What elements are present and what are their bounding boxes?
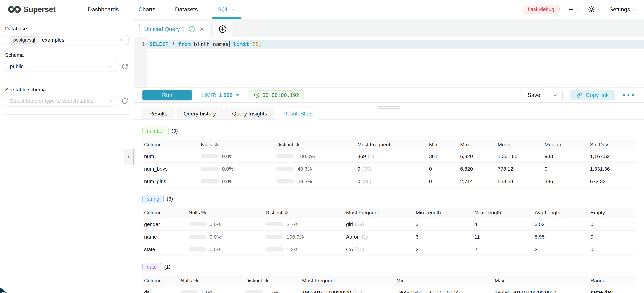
refresh-icon[interactable]: [121, 63, 128, 70]
nav-item-sql[interactable]: SQL: [208, 0, 245, 19]
stats-table-date: ColumnNulls %Distinct %Most FrequentMinM…: [142, 276, 636, 293]
sql-lab-sidebar: Database postgresql examples Schema publ…: [0, 19, 134, 293]
sidebar-divider: [5, 80, 128, 80]
tab-result-stats[interactable]: Result Stats: [276, 108, 320, 119]
frequent-count: (36): [362, 178, 371, 184]
limit-dropdown[interactable]: LIMIT: 1 000: [202, 92, 240, 98]
panel-resize-handle-icon[interactable]: [378, 105, 400, 110]
copy-link-button[interactable]: Copy link: [570, 90, 615, 100]
sql-code-editor[interactable]: 1 SELECT * from birth_names limit 75;: [134, 37, 644, 88]
section-badge-row: date(1): [142, 263, 636, 271]
more-actions-button[interactable]: •••: [623, 91, 636, 99]
stat-value-cell: 2,714: [458, 175, 496, 188]
frequent-count: (1): [368, 154, 374, 159]
column-header: Std Dev: [588, 140, 636, 150]
refresh-icon[interactable]: [121, 97, 128, 105]
column-header: Min: [427, 140, 458, 150]
settings-menu[interactable]: Settings: [609, 6, 636, 13]
editor-code-area[interactable]: SELECT * from birth_names limit 75;: [148, 37, 644, 88]
table-cell: 0.0%: [187, 243, 264, 256]
column-name-cell: gender: [142, 218, 187, 230]
new-item-menu[interactable]: +: [568, 5, 579, 14]
percent-label: 0.0%: [222, 154, 234, 159]
database-engine-tag: postgresql: [10, 36, 38, 44]
percent-label: 100.0%: [298, 154, 315, 159]
table-row: num0.0%100.0%369(1)3616,8201,331.659331,…: [142, 150, 636, 162]
query-tab[interactable]: Untitled Query 1 ✕: [134, 21, 210, 37]
column-name-cell: name: [142, 230, 187, 243]
check-circle-icon: [188, 26, 195, 32]
drag-handle-icon[interactable]: [139, 24, 140, 34]
stat-value-cell: 0: [543, 162, 588, 175]
theme-toggle[interactable]: [588, 6, 600, 13]
percent-bar: [245, 290, 263, 293]
percent-label: 0.0%: [210, 222, 221, 227]
schema-select[interactable]: public: [5, 61, 117, 72]
percent-bar-cell: 0.0%: [180, 290, 241, 293]
save-button[interactable]: Save: [520, 90, 548, 100]
nav-item-dashboards[interactable]: Dashboards: [78, 0, 128, 19]
sidebar-collapse-button[interactable]: [124, 149, 133, 165]
stat-value-cell: 0: [589, 218, 636, 230]
column-header: Max: [493, 276, 589, 286]
nav-item-charts[interactable]: Charts: [128, 0, 165, 19]
table-cell: 0.0%: [187, 218, 264, 230]
plus-icon: +: [568, 5, 574, 14]
table-header-row: ColumnNulls %Distinct %Most FrequentMinM…: [142, 276, 636, 286]
sql-statement-line: SELECT * from birth_names limit 75;: [148, 40, 644, 48]
table-cell: 0(36): [356, 175, 427, 188]
close-tab-icon[interactable]: ✕: [200, 26, 204, 32]
tab-results[interactable]: Results: [142, 108, 174, 119]
chevron-down-icon: [553, 93, 558, 98]
chevron-down-icon: [597, 8, 600, 11]
column-header: Min: [395, 276, 493, 286]
column-header: Max: [458, 140, 496, 150]
superset-logo[interactable]: Superset: [8, 5, 56, 14]
column-header: Column: [142, 208, 187, 218]
table-cell: 0.0%: [199, 175, 275, 188]
column-header: Range: [589, 276, 636, 286]
elapsed-time-value: 00:00:00.192: [262, 92, 299, 98]
table-cell: 1.3%: [244, 286, 300, 293]
chevron-down-icon: [632, 8, 636, 11]
column-name-cell: num_girls: [142, 175, 199, 188]
percent-label: 0.0%: [210, 234, 221, 240]
stats-sections: number(3)ColumnNulls %Distinct %Most Fre…: [134, 127, 644, 293]
new-query-tab-button[interactable]: [213, 21, 232, 37]
sql-editor-panel: Untitled Query 1 ✕ 1: [134, 19, 644, 293]
type-badge-number: number: [142, 127, 168, 135]
text-cursor: [229, 41, 230, 47]
environment-badge: flask-debug: [522, 5, 560, 14]
table-cell: 0.0%: [199, 162, 275, 175]
stat-value-cell: 1,331.65: [496, 150, 543, 162]
percent-bar: [201, 167, 218, 171]
chevron-down-icon: [232, 8, 235, 11]
table-select[interactable]: Select table or type to search tables: [5, 96, 117, 106]
type-badge-string: string: [142, 195, 164, 203]
stat-value-cell: 0: [427, 162, 458, 175]
content-row: Database postgresql examples Schema publ…: [0, 19, 644, 293]
table-schema-label: See table schema: [5, 87, 128, 92]
percent-bar-cell: 1.3%: [245, 290, 298, 293]
column-header: Max Length: [473, 208, 533, 218]
nav-item-datasets[interactable]: Datasets: [165, 0, 208, 19]
stat-value-cell: 778.12: [496, 162, 543, 175]
stat-value-cell: 2: [473, 243, 533, 256]
percent-label: 1.3%: [266, 290, 278, 293]
database-select[interactable]: postgresql examples: [5, 34, 128, 46]
sql-token: 75: [252, 41, 258, 47]
save-options-button[interactable]: [548, 90, 562, 100]
frequent-value: CA: [346, 246, 353, 252]
column-header: Nulls %: [199, 140, 275, 150]
chevron-down-icon: [108, 99, 112, 103]
run-button[interactable]: Run: [142, 90, 192, 100]
query-tab-title: Untitled Query 1: [144, 26, 184, 32]
stat-value-cell: same day: [589, 286, 636, 293]
tab-query-insights[interactable]: Query Insights: [225, 108, 274, 119]
column-header: Distinct %: [264, 208, 344, 218]
stats-section-number: number(3)ColumnNulls %Distinct %Most Fre…: [142, 127, 636, 188]
tab-query-history[interactable]: Query history: [177, 108, 223, 119]
save-split-button: Save: [520, 90, 562, 100]
table-row: ds0.0%1.3%1965-01-01T00:00:00(75)1965-01…: [142, 286, 636, 293]
chevron-down-icon: [108, 64, 112, 69]
